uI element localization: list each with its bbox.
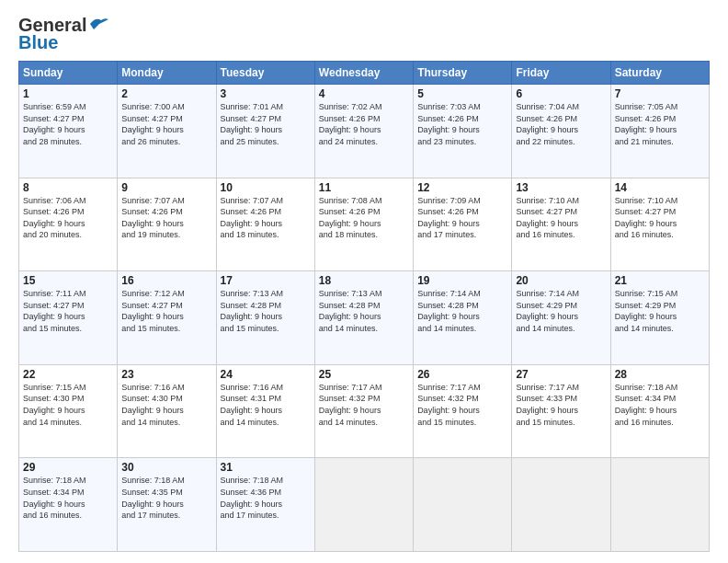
day-number: 30 bbox=[121, 461, 211, 474]
calendar-cell: 6Sunrise: 7:04 AM Sunset: 4:26 PM Daylig… bbox=[512, 85, 610, 178]
calendar-cell: 27Sunrise: 7:17 AM Sunset: 4:33 PM Dayli… bbox=[512, 364, 610, 458]
day-number: 25 bbox=[319, 368, 409, 381]
day-info: Sunrise: 7:17 AM Sunset: 4:32 PM Dayligh… bbox=[319, 382, 409, 428]
day-info: Sunrise: 7:17 AM Sunset: 4:33 PM Dayligh… bbox=[516, 382, 606, 428]
day-number: 26 bbox=[417, 368, 507, 381]
logo: General Blue bbox=[18, 15, 108, 53]
calendar-cell: 13Sunrise: 7:10 AM Sunset: 4:27 PM Dayli… bbox=[512, 178, 610, 271]
day-number: 8 bbox=[23, 181, 113, 194]
calendar-cell: 14Sunrise: 7:10 AM Sunset: 4:27 PM Dayli… bbox=[610, 178, 709, 271]
day-info: Sunrise: 7:14 AM Sunset: 4:28 PM Dayligh… bbox=[417, 288, 507, 334]
day-info: Sunrise: 7:02 AM Sunset: 4:26 PM Dayligh… bbox=[319, 101, 409, 147]
weekday-header: Tuesday bbox=[216, 62, 314, 85]
day-info: Sunrise: 7:07 AM Sunset: 4:26 PM Dayligh… bbox=[221, 195, 311, 241]
day-info: Sunrise: 7:08 AM Sunset: 4:26 PM Dayligh… bbox=[319, 195, 409, 241]
calendar-cell: 16Sunrise: 7:12 AM Sunset: 4:27 PM Dayli… bbox=[118, 271, 216, 365]
calendar-cell: 15Sunrise: 7:11 AM Sunset: 4:27 PM Dayli… bbox=[19, 271, 118, 365]
day-number: 4 bbox=[319, 87, 409, 100]
day-info: Sunrise: 7:09 AM Sunset: 4:26 PM Dayligh… bbox=[417, 195, 507, 241]
day-number: 14 bbox=[615, 181, 705, 194]
day-info: Sunrise: 7:16 AM Sunset: 4:30 PM Dayligh… bbox=[121, 382, 211, 428]
day-info: Sunrise: 7:07 AM Sunset: 4:26 PM Dayligh… bbox=[121, 195, 211, 241]
day-number: 19 bbox=[417, 274, 507, 287]
page: General Blue SundayMondayTuesdayWednesda… bbox=[0, 0, 728, 563]
day-info: Sunrise: 7:12 AM Sunset: 4:27 PM Dayligh… bbox=[121, 288, 211, 334]
day-number: 11 bbox=[319, 181, 409, 194]
calendar-cell bbox=[512, 458, 610, 552]
day-number: 5 bbox=[417, 87, 507, 100]
day-info: Sunrise: 7:04 AM Sunset: 4:26 PM Dayligh… bbox=[516, 101, 606, 147]
calendar-cell: 21Sunrise: 7:15 AM Sunset: 4:29 PM Dayli… bbox=[610, 271, 709, 365]
calendar-cell: 5Sunrise: 7:03 AM Sunset: 4:26 PM Daylig… bbox=[414, 85, 512, 178]
day-info: Sunrise: 6:59 AM Sunset: 4:27 PM Dayligh… bbox=[23, 101, 113, 147]
day-info: Sunrise: 7:13 AM Sunset: 4:28 PM Dayligh… bbox=[319, 288, 409, 334]
calendar-cell: 24Sunrise: 7:16 AM Sunset: 4:31 PM Dayli… bbox=[216, 364, 314, 458]
day-number: 24 bbox=[221, 368, 311, 381]
logo-blue: Blue bbox=[18, 32, 58, 53]
day-info: Sunrise: 7:01 AM Sunset: 4:27 PM Dayligh… bbox=[221, 101, 311, 147]
weekday-header: Sunday bbox=[19, 62, 118, 85]
day-number: 22 bbox=[23, 368, 113, 381]
calendar-cell: 10Sunrise: 7:07 AM Sunset: 4:26 PM Dayli… bbox=[216, 178, 314, 271]
day-info: Sunrise: 7:05 AM Sunset: 4:26 PM Dayligh… bbox=[615, 101, 705, 147]
calendar-cell: 8Sunrise: 7:06 AM Sunset: 4:26 PM Daylig… bbox=[19, 178, 118, 271]
weekday-header: Thursday bbox=[414, 62, 512, 85]
calendar-cell: 17Sunrise: 7:13 AM Sunset: 4:28 PM Dayli… bbox=[216, 271, 314, 365]
calendar-cell: 12Sunrise: 7:09 AM Sunset: 4:26 PM Dayli… bbox=[414, 178, 512, 271]
calendar-cell: 30Sunrise: 7:18 AM Sunset: 4:35 PM Dayli… bbox=[118, 458, 216, 552]
day-info: Sunrise: 7:18 AM Sunset: 4:34 PM Dayligh… bbox=[23, 475, 113, 521]
calendar-cell: 1Sunrise: 6:59 AM Sunset: 4:27 PM Daylig… bbox=[19, 85, 118, 178]
calendar-table: SundayMondayTuesdayWednesdayThursdayFrid… bbox=[18, 61, 710, 552]
day-number: 27 bbox=[516, 368, 606, 381]
calendar-cell: 20Sunrise: 7:14 AM Sunset: 4:29 PM Dayli… bbox=[512, 271, 610, 365]
calendar-cell: 9Sunrise: 7:07 AM Sunset: 4:26 PM Daylig… bbox=[118, 178, 216, 271]
weekday-header: Wednesday bbox=[314, 62, 413, 85]
calendar-cell: 29Sunrise: 7:18 AM Sunset: 4:34 PM Dayli… bbox=[19, 458, 118, 552]
day-info: Sunrise: 7:03 AM Sunset: 4:26 PM Dayligh… bbox=[417, 101, 507, 147]
calendar-cell: 7Sunrise: 7:05 AM Sunset: 4:26 PM Daylig… bbox=[610, 85, 709, 178]
header: General Blue bbox=[18, 15, 710, 53]
day-info: Sunrise: 7:11 AM Sunset: 4:27 PM Dayligh… bbox=[23, 288, 113, 334]
day-number: 15 bbox=[23, 274, 113, 287]
day-number: 12 bbox=[417, 181, 507, 194]
calendar-cell: 31Sunrise: 7:18 AM Sunset: 4:36 PM Dayli… bbox=[216, 458, 314, 552]
day-info: Sunrise: 7:18 AM Sunset: 4:35 PM Dayligh… bbox=[121, 475, 211, 521]
day-info: Sunrise: 7:16 AM Sunset: 4:31 PM Dayligh… bbox=[221, 382, 311, 428]
day-number: 31 bbox=[221, 461, 311, 474]
day-info: Sunrise: 7:00 AM Sunset: 4:27 PM Dayligh… bbox=[121, 101, 211, 147]
weekday-header: Friday bbox=[512, 62, 610, 85]
day-number: 20 bbox=[516, 274, 606, 287]
day-number: 9 bbox=[121, 181, 211, 194]
calendar-cell bbox=[314, 458, 413, 552]
day-number: 3 bbox=[221, 87, 311, 100]
calendar-cell: 25Sunrise: 7:17 AM Sunset: 4:32 PM Dayli… bbox=[314, 364, 413, 458]
calendar-cell bbox=[610, 458, 709, 552]
calendar-cell: 26Sunrise: 7:17 AM Sunset: 4:32 PM Dayli… bbox=[414, 364, 512, 458]
weekday-header: Saturday bbox=[610, 62, 709, 85]
day-number: 28 bbox=[615, 368, 705, 381]
day-number: 7 bbox=[615, 87, 705, 100]
calendar-cell: 28Sunrise: 7:18 AM Sunset: 4:34 PM Dayli… bbox=[610, 364, 709, 458]
calendar-cell: 11Sunrise: 7:08 AM Sunset: 4:26 PM Dayli… bbox=[314, 178, 413, 271]
day-info: Sunrise: 7:10 AM Sunset: 4:27 PM Dayligh… bbox=[516, 195, 606, 241]
day-info: Sunrise: 7:06 AM Sunset: 4:26 PM Dayligh… bbox=[23, 195, 113, 241]
day-number: 10 bbox=[221, 181, 311, 194]
day-number: 1 bbox=[23, 87, 113, 100]
day-info: Sunrise: 7:13 AM Sunset: 4:28 PM Dayligh… bbox=[221, 288, 311, 334]
day-info: Sunrise: 7:15 AM Sunset: 4:29 PM Dayligh… bbox=[615, 288, 705, 334]
weekday-header: Monday bbox=[118, 62, 216, 85]
day-number: 2 bbox=[121, 87, 211, 100]
day-number: 23 bbox=[121, 368, 211, 381]
calendar-cell: 2Sunrise: 7:00 AM Sunset: 4:27 PM Daylig… bbox=[118, 85, 216, 178]
calendar-cell bbox=[414, 458, 512, 552]
day-info: Sunrise: 7:15 AM Sunset: 4:30 PM Dayligh… bbox=[23, 382, 113, 428]
day-info: Sunrise: 7:17 AM Sunset: 4:32 PM Dayligh… bbox=[417, 382, 507, 428]
calendar-cell: 3Sunrise: 7:01 AM Sunset: 4:27 PM Daylig… bbox=[216, 85, 314, 178]
day-info: Sunrise: 7:14 AM Sunset: 4:29 PM Dayligh… bbox=[516, 288, 606, 334]
calendar-cell: 19Sunrise: 7:14 AM Sunset: 4:28 PM Dayli… bbox=[414, 271, 512, 365]
day-info: Sunrise: 7:18 AM Sunset: 4:36 PM Dayligh… bbox=[221, 475, 311, 521]
calendar-cell: 23Sunrise: 7:16 AM Sunset: 4:30 PM Dayli… bbox=[118, 364, 216, 458]
day-number: 29 bbox=[23, 461, 113, 474]
calendar-cell: 4Sunrise: 7:02 AM Sunset: 4:26 PM Daylig… bbox=[314, 85, 413, 178]
day-number: 13 bbox=[516, 181, 606, 194]
